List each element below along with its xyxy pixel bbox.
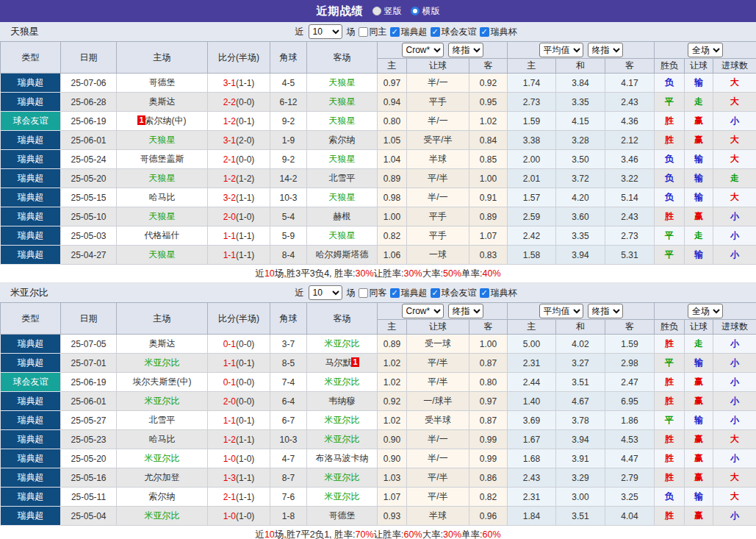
handicap-cell: 平/半 xyxy=(407,169,469,188)
col-header-5: 客场 xyxy=(307,42,378,74)
same-side-filter[interactable]: 同主 xyxy=(358,26,387,38)
half-time-score: (0-0) xyxy=(236,377,254,388)
handicap-result-cell: 赢 xyxy=(685,507,713,526)
scope-select[interactable]: 全场 xyxy=(688,43,723,57)
league-checkbox-1[interactable]: ✓ xyxy=(431,288,440,298)
score-cell: 2-1(0-0) xyxy=(208,150,270,169)
handicap-result-cell: 输 xyxy=(685,74,713,93)
league-filter-0[interactable]: ✓瑞典超 xyxy=(389,287,428,299)
home-team: 奥斯达 xyxy=(149,96,176,107)
league-checkbox-2[interactable]: ✓ xyxy=(480,27,489,37)
away-team-cell: 韦纳穆 xyxy=(307,392,378,411)
home-odds-cell: 0.80 xyxy=(378,112,407,131)
team-label: 米亚尔比 xyxy=(325,491,360,501)
avg-home-odds-cell: 1.84 xyxy=(508,507,556,526)
team-label: 索尔纳 xyxy=(329,135,356,145)
away-team-cell: 米亚尔比 xyxy=(307,373,378,392)
away-team-cell: 天狼星 xyxy=(307,226,378,246)
away-odds-cell: 0.83 xyxy=(469,246,508,265)
summary-text: 让胜率: xyxy=(374,268,404,280)
date-cell: 25-04-27 xyxy=(61,246,117,265)
handicap-result-cell: 走 xyxy=(685,93,713,112)
bookmaker-select[interactable]: Crow* xyxy=(402,43,444,57)
match-count-select[interactable]: 10 xyxy=(309,24,342,39)
avg-draw-odds-cell: 4.02 xyxy=(556,335,605,354)
league-filter-1[interactable]: ✓球会友谊 xyxy=(430,287,477,299)
same-side-checkbox[interactable] xyxy=(359,27,368,37)
goals-result-cell: 大 xyxy=(713,150,756,169)
score-cell: 0-1(0-0) xyxy=(208,335,270,354)
same-side-filter[interactable]: 同客 xyxy=(358,287,387,299)
score-cell: 1-1(1-1) xyxy=(208,246,270,265)
handicap-result-cell: 赢 xyxy=(685,373,713,392)
league-checkbox-2[interactable]: ✓ xyxy=(480,288,489,298)
league-filter-1[interactable]: ✓球会友谊 xyxy=(430,26,477,38)
league-filter-2[interactable]: ✓瑞典杯 xyxy=(479,26,517,38)
team-label: 赫根 xyxy=(334,211,351,221)
summary-text: 场,胜3平3负4, 胜率: xyxy=(275,268,356,280)
summary-value: 40% xyxy=(483,268,501,279)
average-select[interactable]: 平均值 xyxy=(539,43,583,57)
date-cell: 25-06-01 xyxy=(61,392,117,411)
summary-value: 30% xyxy=(356,268,374,279)
avg-away-odds-cell: 4.53 xyxy=(605,430,655,449)
match-type-cell: 瑞典超 xyxy=(1,335,61,354)
league-filter-2[interactable]: ✓瑞典杯 xyxy=(479,287,517,299)
half-time-score: (0-0) xyxy=(236,396,254,407)
goals-result-cell: 小 xyxy=(713,392,756,411)
average-select[interactable]: 平均值 xyxy=(539,304,583,318)
handicap-cell: 平手 xyxy=(407,226,469,246)
avg-draw-odds-cell: 3.51 xyxy=(556,373,605,392)
sub-header-0: 主 xyxy=(378,320,407,335)
home-team: 1索尔纳(中) xyxy=(137,115,186,126)
result-cell: 平 xyxy=(655,411,685,430)
match-type-cell: 球会友谊 xyxy=(1,112,61,131)
crown-odds-time-select[interactable]: 终指 xyxy=(448,304,483,318)
date-cell: 25-05-03 xyxy=(61,226,117,246)
match-row: 瑞典超25-07-05奥斯达0-1(0-0)3-7米亚尔比0.89受一球1.00… xyxy=(1,335,756,354)
team-label: 米亚尔比 xyxy=(325,472,360,482)
score-cell: 1-3(1-1) xyxy=(208,468,270,488)
handicap-cell: 平/半 xyxy=(407,468,469,488)
corner-cell: 1-9 xyxy=(270,131,307,150)
half-time-score: (0-0) xyxy=(236,339,254,349)
sub-header-0: 主 xyxy=(378,59,407,74)
team-label: 奥斯达 xyxy=(149,338,176,349)
match-row: 瑞典超25-05-04米亚尔比1-0(1-0)1-8哥德堡0.93半球0.961… xyxy=(1,507,756,526)
away-odds-cell: 0.95 xyxy=(469,93,508,112)
home-team: 米亚尔比 xyxy=(145,357,180,368)
away-odds-cell: 0.85 xyxy=(469,150,508,169)
home-team-cell: 北雪平 xyxy=(117,411,208,430)
corner-cell: 6-7 xyxy=(270,411,307,430)
home-team: 天狼星 xyxy=(149,249,176,260)
sub-header-8: 进球数 xyxy=(713,59,756,74)
goals-result-cell: 小 xyxy=(713,449,756,468)
avg-odds-time-select[interactable]: 终指 xyxy=(588,43,623,57)
result-cell: 胜 xyxy=(655,468,685,488)
avg-odds-time-select[interactable]: 终指 xyxy=(588,304,623,318)
corner-cell: 1-8 xyxy=(270,507,307,526)
league-checkbox-0[interactable]: ✓ xyxy=(390,27,400,37)
league-filter-0[interactable]: ✓瑞典超 xyxy=(389,26,428,38)
radio-vertical-layout[interactable]: 竖版 xyxy=(372,5,402,18)
corner-cell: 14-2 xyxy=(270,169,307,188)
radio-horizontal-layout[interactable]: 横版 xyxy=(411,5,440,18)
result-cell: 平 xyxy=(655,246,685,265)
avg-home-odds-cell: 1.40 xyxy=(508,392,556,411)
crown-odds-time-select[interactable]: 终指 xyxy=(448,43,483,57)
scope-select[interactable]: 全场 xyxy=(688,304,723,318)
match-count-select[interactable]: 10 xyxy=(309,285,342,300)
away-odds-cell: 0.89 xyxy=(469,207,508,226)
half-time-score: (1-0) xyxy=(236,212,254,222)
league-checkbox-1[interactable]: ✓ xyxy=(431,27,440,37)
team-label: 天狼星 xyxy=(329,154,356,164)
home-team: 天狼星 xyxy=(149,135,176,145)
bookmaker-select[interactable]: Crow* xyxy=(402,304,444,318)
half-time-score: (1-1) xyxy=(236,231,254,241)
league-checkbox-0[interactable]: ✓ xyxy=(390,288,400,298)
score-cell: 1-1(0-1) xyxy=(208,411,270,430)
handicap-cell: 半/一 xyxy=(407,188,469,207)
match-row: 球会友谊25-06-19埃尔夫斯堡(中)0-1(0-0)7-4米亚尔比1.02平… xyxy=(1,373,756,392)
same-side-checkbox[interactable] xyxy=(359,288,368,298)
handicap-result-cell: 输 xyxy=(685,411,713,430)
